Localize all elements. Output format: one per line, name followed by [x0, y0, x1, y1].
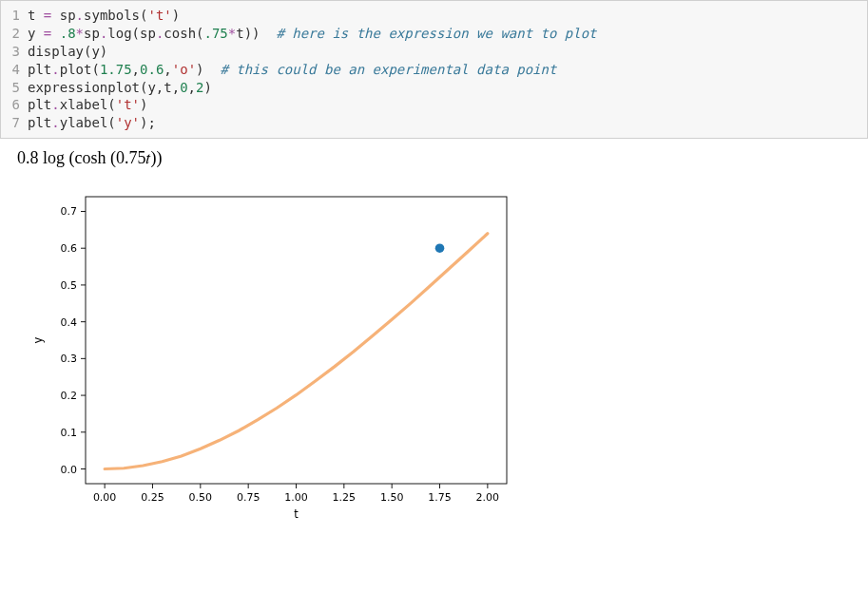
- y-tick-label: 0.4: [61, 316, 78, 329]
- line-number: 5: [1, 79, 28, 97]
- code-line: 1t = sp.symbols('t'): [1, 7, 867, 25]
- code-line: 3display(y): [1, 43, 867, 61]
- line-number: 2: [1, 25, 28, 43]
- x-tick-label: 1.50: [380, 491, 404, 504]
- code-content: display(y): [28, 43, 867, 61]
- y-tick-label: 0.5: [61, 279, 78, 292]
- code-cell: 1t = sp.symbols('t')2y = .8*sp.log(sp.co…: [0, 0, 868, 139]
- code-content: y = .8*sp.log(sp.cosh(.75*t)) # here is …: [28, 25, 867, 43]
- y-axis-label: y: [31, 337, 45, 344]
- line-number: 4: [1, 61, 28, 79]
- x-tick-label: 1.25: [333, 491, 357, 504]
- data-point: [435, 244, 445, 254]
- code-line: 4plt.plot(1.75,0.6,'o') # this could be …: [1, 61, 867, 79]
- y-tick-label: 0.0: [61, 464, 78, 476]
- code-content: expressionplot(y,t,0,2): [28, 79, 867, 97]
- code-content: t = sp.symbols('t'): [28, 7, 867, 25]
- chart-output: 0.000.250.500.751.001.251.501.752.000.00…: [0, 174, 868, 531]
- y-tick-label: 0.3: [61, 353, 78, 366]
- x-tick-label: 1.00: [284, 491, 308, 504]
- x-tick-label: 1.75: [428, 491, 452, 504]
- line-chart: 0.000.250.500.751.001.251.501.752.000.00…: [17, 180, 526, 531]
- y-tick-label: 0.2: [61, 390, 78, 402]
- curve-series: [105, 234, 488, 469]
- x-axis-label: t: [294, 507, 299, 521]
- x-tick-label: 0.25: [141, 491, 164, 504]
- x-tick-label: 2.00: [476, 491, 500, 504]
- code-line: 5expressionplot(y,t,0,2): [1, 79, 867, 97]
- code-line: 6plt.xlabel('t'): [1, 96, 867, 114]
- line-number: 1: [1, 7, 28, 25]
- line-number: 7: [1, 114, 28, 132]
- plot-frame: [86, 197, 507, 484]
- y-tick-label: 0.6: [61, 242, 78, 255]
- code-line: 7plt.ylabel('y');: [1, 114, 867, 132]
- x-tick-label: 0.50: [189, 491, 213, 504]
- code-content: plt.xlabel('t'): [28, 96, 867, 114]
- x-tick-label: 0.75: [237, 491, 260, 504]
- line-number: 6: [1, 96, 28, 114]
- code-content: plt.ylabel('y');: [28, 114, 867, 132]
- code-line: 2y = .8*sp.log(sp.cosh(.75*t)) # here is…: [1, 25, 867, 43]
- y-tick-label: 0.1: [61, 427, 78, 439]
- math-display-output: 0.8 log (cosh (0.75𝑡)): [0, 139, 868, 174]
- y-tick-label: 0.7: [61, 206, 78, 219]
- x-tick-label: 0.00: [93, 491, 117, 504]
- line-number: 3: [1, 43, 28, 61]
- code-content: plt.plot(1.75,0.6,'o') # this could be a…: [28, 61, 867, 79]
